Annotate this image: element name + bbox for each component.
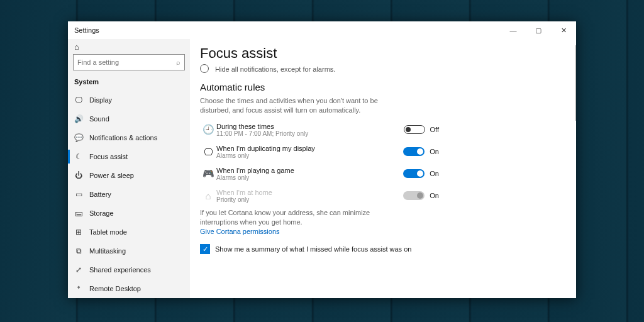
main-content: Focus assist Hide all notifications, exc… xyxy=(190,39,576,298)
sidebar-item-icon: ⧉ xyxy=(74,247,83,255)
rule-toggle[interactable] xyxy=(404,125,425,134)
rule-toggle[interactable] xyxy=(403,147,425,156)
close-button[interactable]: ✕ xyxy=(551,21,576,39)
automatic-rules-description: Choose the times and activities when you… xyxy=(200,96,382,115)
rule-title: When I'm duplicating my display xyxy=(216,145,403,152)
summary-checkbox-row[interactable]: ✓ Show me a summary of what I missed whi… xyxy=(200,244,566,254)
sidebar-item-icon: ⏻ xyxy=(74,171,83,180)
sidebar-item-label: Battery xyxy=(89,191,111,198)
sidebar-item-icon: 💬 xyxy=(74,133,83,142)
rule-title: When I'm playing a game xyxy=(216,167,403,174)
sidebar-item-icon: ⊞ xyxy=(74,228,83,236)
sidebar-item-shared-experiences[interactable]: ⤢Shared experiences xyxy=(68,260,190,279)
maximize-button[interactable]: ▢ xyxy=(526,21,551,39)
sidebar-item-icon: 🖴 xyxy=(74,209,83,218)
rule-subtitle: Priority only xyxy=(216,196,403,203)
cortana-info-text: If you let Cortana know your address, sh… xyxy=(200,208,382,227)
summary-checkbox-label: Show me a summary of what I missed while… xyxy=(215,245,411,253)
sidebar-section-label: System xyxy=(68,77,190,91)
page-title: Focus assist xyxy=(200,45,566,62)
sidebar-item-label: Shared experiences xyxy=(89,266,151,274)
sidebar-item-power-sleep[interactable]: ⏻Power & sleep xyxy=(68,166,190,185)
home-button[interactable]: ⌂ xyxy=(68,42,190,52)
sidebar-item-label: Remote Desktop xyxy=(89,285,141,292)
rule-row[interactable]: ⌂When I'm at homePriority onlyOn xyxy=(200,189,439,203)
sidebar-item-label: Storage xyxy=(89,209,114,217)
home-icon: ⌂ xyxy=(74,42,79,52)
search-input[interactable]: Find a setting ⌕ xyxy=(73,54,185,70)
rule-icon: 🕘 xyxy=(200,124,216,135)
scrollbar[interactable] xyxy=(575,45,576,121)
sidebar-item-notifications-actions[interactable]: 💬Notifications & actions xyxy=(68,128,190,147)
rule-subtitle: 11:00 PM - 7:00 AM; Priority only xyxy=(216,130,404,137)
alarms-only-option[interactable]: Hide all notifications, except for alarm… xyxy=(200,65,566,73)
radio-icon xyxy=(200,64,209,73)
sidebar-item-label: Tablet mode xyxy=(89,228,127,236)
sidebar-item-label: Display xyxy=(89,96,112,104)
search-placeholder: Find a setting xyxy=(77,58,176,66)
rule-row[interactable]: 🖵When I'm duplicating my displayAlarms o… xyxy=(200,145,439,159)
search-icon: ⌕ xyxy=(176,58,180,66)
rule-row[interactable]: 🎮When I'm playing a gameAlarms onlyOn xyxy=(200,167,439,181)
rule-title: When I'm at home xyxy=(216,189,403,196)
automatic-rules-heading: Automatic rules xyxy=(200,82,566,92)
sidebar-item-battery[interactable]: ▭Battery xyxy=(68,185,190,204)
rule-state-label: Off xyxy=(430,126,439,133)
rule-toggle[interactable] xyxy=(403,169,425,178)
sidebar-item-tablet-mode[interactable]: ⊞Tablet mode xyxy=(68,223,190,242)
sidebar: ⌂ Find a setting ⌕ System 🖵Display🔊Sound… xyxy=(68,39,190,298)
cortana-permissions-link[interactable]: Give Cortana permissions xyxy=(200,228,566,235)
rule-icon: 🎮 xyxy=(200,168,216,179)
sidebar-item-sound[interactable]: 🔊Sound xyxy=(68,109,190,128)
rule-subtitle: Alarms only xyxy=(216,152,403,159)
sidebar-item-label: Focus assist xyxy=(89,153,128,160)
sidebar-item-icon: 🖵 xyxy=(74,96,83,104)
sidebar-item-multitasking[interactable]: ⧉Multitasking xyxy=(68,242,190,260)
sidebar-item-remote-desktop[interactable]: 𝄌Remote Desktop xyxy=(68,279,190,298)
rule-toggle xyxy=(403,191,425,200)
rule-subtitle: Alarms only xyxy=(216,174,403,181)
sidebar-item-storage[interactable]: 🖴Storage xyxy=(68,204,190,223)
minimize-button[interactable]: — xyxy=(501,21,526,39)
sidebar-item-icon: 𝄌 xyxy=(74,284,83,293)
rule-state-label: On xyxy=(430,192,439,199)
rule-icon: 🖵 xyxy=(200,147,216,157)
sidebar-item-icon: ☾ xyxy=(74,152,83,161)
sidebar-item-label: Sound xyxy=(89,115,109,123)
rule-icon: ⌂ xyxy=(200,191,216,201)
checkbox-icon: ✓ xyxy=(200,244,210,254)
titlebar: Settings — ▢ ✕ xyxy=(68,21,576,39)
sidebar-item-label: Notifications & actions xyxy=(89,134,157,142)
sidebar-item-focus-assist[interactable]: ☾Focus assist xyxy=(68,147,190,166)
settings-window: Settings — ▢ ✕ ⌂ Find a setting ⌕ System… xyxy=(68,21,576,298)
rule-title: During these times xyxy=(216,123,404,130)
sidebar-item-icon: ⤢ xyxy=(74,265,83,274)
rule-state-label: On xyxy=(430,148,439,155)
app-title: Settings xyxy=(74,26,99,34)
rule-row[interactable]: 🕘During these times11:00 PM - 7:00 AM; P… xyxy=(200,123,439,137)
sidebar-item-label: Power & sleep xyxy=(89,172,134,179)
sidebar-item-icon: ▭ xyxy=(74,190,83,199)
rule-state-label: On xyxy=(430,170,439,177)
sidebar-item-display[interactable]: 🖵Display xyxy=(68,91,190,109)
sidebar-item-label: Multitasking xyxy=(89,247,126,255)
sidebar-item-icon: 🔊 xyxy=(74,114,83,123)
